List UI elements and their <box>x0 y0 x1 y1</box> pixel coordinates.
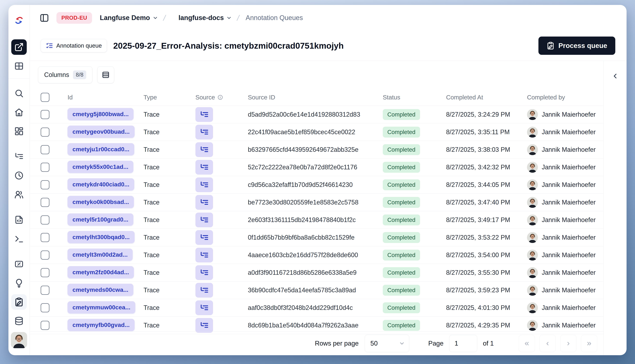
select-all-checkbox[interactable] <box>41 93 49 102</box>
row-id-badge[interactable]: cmetymeds00cwa... <box>68 284 133 296</box>
row-id-badge[interactable]: cmetymyfb00gvad... <box>68 319 135 331</box>
column-header-source[interactable]: Source <box>195 94 248 101</box>
row-id-badge[interactable]: cmetygeov00buad... <box>68 126 135 138</box>
table-row[interactable]: cmetymeds00cwa...Trace 36b90cdfc47e5da14… <box>30 282 603 299</box>
columns-button[interactable]: Columns 8/8 <box>38 66 92 83</box>
rows-per-page-select[interactable]: 50 <box>365 335 409 352</box>
source-trace-icon[interactable] <box>195 125 213 140</box>
row-id-badge[interactable]: cmetymmuw00cea... <box>68 301 135 314</box>
row-checkbox[interactable] <box>41 180 49 190</box>
source-trace-icon[interactable] <box>195 178 213 192</box>
table-row[interactable]: cmetym2fz00d4ad...Trace a0df3f901167218d… <box>30 264 603 282</box>
row-completed-at: 8/27/2025, 3:38:03 PM <box>446 146 510 153</box>
row-checkbox[interactable] <box>41 303 49 312</box>
table-row[interactable]: cmetyg5j800bwad...Trace d5ad9d52a00c6e14… <box>30 106 603 123</box>
source-trace-icon[interactable] <box>195 248 213 262</box>
row-id-badge[interactable]: cmetyl5r100grad0... <box>68 214 133 226</box>
row-height-button[interactable] <box>97 66 114 83</box>
search-icon[interactable] <box>11 86 27 101</box>
next-page-button[interactable]: › <box>560 335 576 352</box>
lightbulb-icon[interactable] <box>11 275 27 291</box>
source-trace-icon[interactable] <box>195 212 213 227</box>
column-header-completed-by[interactable]: Completed by <box>527 94 603 101</box>
column-header-source-id[interactable]: Source ID <box>248 94 383 101</box>
sidebar-toggle-icon[interactable] <box>39 13 49 23</box>
source-trace-icon[interactable] <box>195 230 213 245</box>
dashboard-icon[interactable] <box>11 124 27 139</box>
home-icon[interactable] <box>11 104 27 120</box>
row-checkbox[interactable] <box>41 233 49 242</box>
source-trace-icon[interactable] <box>195 142 213 157</box>
table-grid-icon[interactable] <box>11 58 27 74</box>
source-trace-icon[interactable] <box>195 265 213 280</box>
percent-square-icon[interactable] <box>11 256 27 272</box>
row-checkbox[interactable] <box>41 128 49 137</box>
clipboard-pen-icon[interactable] <box>11 294 27 310</box>
table-row[interactable]: cmetygeov00buad...Trace 22c41f09acae5b1e… <box>30 123 603 141</box>
external-link-icon[interactable] <box>11 39 27 55</box>
column-header-type[interactable]: Type <box>143 94 195 101</box>
source-trace-icon[interactable] <box>195 195 213 210</box>
table-header-row: Id Type Source Source ID Status Complete… <box>30 89 603 106</box>
row-id-badge[interactable]: cmetyg5j800bwad... <box>68 108 133 120</box>
first-page-button[interactable]: « <box>519 335 535 352</box>
column-header-id[interactable]: Id <box>62 94 143 101</box>
source-trace-icon[interactable] <box>195 107 213 122</box>
column-header-completed-at[interactable]: Completed At <box>446 94 527 101</box>
status-badge: Completed <box>383 109 420 120</box>
row-checkbox[interactable] <box>41 216 49 224</box>
row-id-badge[interactable]: cmetykdr400ciad0... <box>68 178 134 190</box>
row-id-badge[interactable]: cmetylt3m00d2ad... <box>68 248 133 261</box>
langfuse-logo[interactable] <box>14 15 24 26</box>
row-checkbox[interactable] <box>41 110 49 119</box>
row-checkbox[interactable] <box>41 286 49 295</box>
row-completed-at: 8/27/2025, 3:55:30 PM <box>446 269 510 276</box>
source-trace-icon[interactable] <box>195 318 213 333</box>
row-id-badge[interactable]: cmetym2fz00d4ad... <box>68 266 134 278</box>
column-header-status[interactable]: Status <box>383 94 446 101</box>
database-icon[interactable] <box>11 313 27 329</box>
last-page-button[interactable]: » <box>581 335 597 352</box>
right-rail <box>603 61 626 355</box>
table-row[interactable]: cmetyju1r00ccad0...Trace b63297665cfd443… <box>30 141 603 158</box>
row-id-badge[interactable]: cmetyko0k00bsad... <box>68 196 134 208</box>
row-checkbox[interactable] <box>41 268 49 277</box>
row-id-badge[interactable]: cmetyju1r00ccad0... <box>68 143 134 155</box>
previous-page-button[interactable]: ‹ <box>539 335 556 352</box>
avatar <box>527 162 538 173</box>
list-tree-icon[interactable] <box>11 149 27 164</box>
row-type: Trace <box>143 322 159 329</box>
clock-icon[interactable] <box>11 168 27 183</box>
breadcrumb-section[interactable]: Annotation Queues <box>246 14 303 22</box>
table-row[interactable]: cmetylt3m00d2ad...Trace 4aaece1603cb2e16… <box>30 246 603 264</box>
process-queue-button[interactable]: Process queue <box>538 36 615 55</box>
table-row[interactable]: cmetyl5r100grad0...Trace 2e603f31361115d… <box>30 211 603 229</box>
table-row[interactable]: cmetyk55x00c1ad...Trace 52c72c2222ea78e0… <box>30 158 603 176</box>
row-checkbox[interactable] <box>41 163 49 172</box>
row-id-badge[interactable]: cmetyk55x00c1ad... <box>68 161 133 173</box>
row-type: Trace <box>143 216 159 224</box>
row-id-badge[interactable]: cmetylht300bqad0... <box>68 231 135 243</box>
user-avatar[interactable] <box>11 332 27 348</box>
users-icon[interactable] <box>11 187 27 202</box>
chevron-down-icon <box>399 340 405 346</box>
terminal-icon[interactable] <box>11 231 27 246</box>
collapse-panel-button[interactable] <box>609 70 621 82</box>
row-completed-at: 8/27/2025, 3:49:17 PM <box>446 216 510 224</box>
page-number-input[interactable] <box>449 335 477 352</box>
breadcrumb-project[interactable]: langfuse-docs <box>178 14 232 22</box>
row-checkbox[interactable] <box>41 250 49 260</box>
source-trace-icon[interactable] <box>195 283 213 298</box>
table-row[interactable]: cmetyko0k00bsad...Trace be7723e30d802055… <box>30 194 603 211</box>
table-row[interactable]: cmetymmuw00cea...Trace aaf0c38db0f3f2048… <box>30 299 603 316</box>
row-completed-at: 8/27/2025, 4:01:30 PM <box>446 304 510 311</box>
table-row[interactable]: cmetykdr400ciad0...Trace c9d56ca32efaff1… <box>30 176 603 194</box>
row-checkbox[interactable] <box>41 198 49 207</box>
table-row[interactable]: cmetylht300bqad0...Trace 0f1dd65b7bb9bf6… <box>30 229 603 246</box>
source-trace-icon[interactable] <box>195 300 213 315</box>
source-trace-icon[interactable] <box>195 160 213 174</box>
row-checkbox[interactable] <box>41 321 49 330</box>
row-checkbox[interactable] <box>41 145 49 154</box>
breadcrumb-org[interactable]: Langfuse Demo <box>100 14 158 22</box>
file-code-icon[interactable] <box>11 212 27 228</box>
